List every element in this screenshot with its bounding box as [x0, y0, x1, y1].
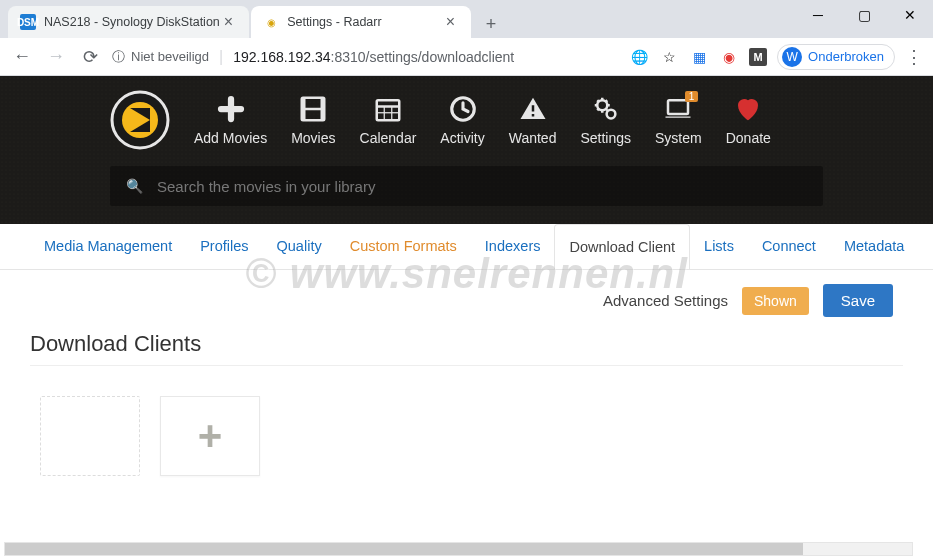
profile-chip[interactable]: W Onderbroken: [777, 44, 895, 70]
nav-label: Wanted: [509, 130, 557, 146]
bookmark-icon[interactable]: ☆: [659, 47, 679, 67]
window-close-button[interactable]: ✕: [887, 0, 933, 30]
warning-icon: [518, 94, 548, 124]
tab-media-management[interactable]: Media Management: [30, 224, 186, 269]
film-icon: [298, 94, 328, 124]
tab-indexers[interactable]: Indexers: [471, 224, 555, 269]
main-content: Media Management Profiles Quality Custom…: [0, 224, 933, 506]
browser-menu-button[interactable]: ⋮: [905, 46, 923, 68]
extension-adblock-icon[interactable]: ◉: [719, 47, 739, 67]
translate-icon[interactable]: 🌐: [629, 47, 649, 67]
reload-button[interactable]: ⟳: [78, 45, 102, 69]
svg-rect-13: [531, 105, 534, 111]
address-bar[interactable]: 192.168.192.34:8310/settings/downloadcli…: [233, 49, 514, 65]
nav-settings[interactable]: Settings: [580, 94, 631, 146]
nav-label: Settings: [580, 130, 631, 146]
save-button[interactable]: Save: [823, 284, 893, 317]
settings-sub-tabs: Media Management Profiles Quality Custom…: [0, 224, 933, 270]
window-maximize-button[interactable]: ▢: [841, 0, 887, 30]
url-port: :8310: [331, 49, 366, 65]
nav-label: Movies: [291, 130, 335, 146]
svg-rect-14: [531, 114, 534, 117]
dsm-favicon-icon: DSM: [20, 14, 36, 30]
nav-movies[interactable]: Movies: [291, 94, 335, 146]
tab-profiles[interactable]: Profiles: [186, 224, 262, 269]
tab-custom-formats[interactable]: Custom Formats: [336, 224, 471, 269]
tab-title: Settings - Radarr: [287, 15, 381, 29]
nav-calendar[interactable]: Calendar: [360, 94, 417, 146]
scrollbar-thumb[interactable]: [5, 543, 803, 555]
browser-tab-bar: DSM NAS218 - Synology DiskStation × ◉ Se…: [0, 0, 933, 38]
advanced-settings-toggle[interactable]: Shown: [742, 287, 809, 315]
notification-badge: 1: [685, 91, 699, 102]
advanced-settings-label: Advanced Settings: [603, 292, 728, 309]
nav-label: Donate: [726, 130, 771, 146]
tab-general[interactable]: Gen: [918, 224, 933, 269]
search-bar[interactable]: 🔍: [110, 166, 823, 206]
tab-title: NAS218 - Synology DiskStation: [44, 15, 220, 29]
nav-label: Add Movies: [194, 130, 267, 146]
url-path: /settings/downloadclient: [366, 49, 515, 65]
security-text: Niet beveiligd: [131, 49, 209, 64]
url-host: 192.168.192.34: [233, 49, 330, 65]
gears-icon: [591, 94, 621, 124]
extension-icon[interactable]: ▦: [689, 47, 709, 67]
radarr-logo: [110, 90, 170, 150]
plus-icon: +: [198, 412, 223, 460]
tab-quality[interactable]: Quality: [263, 224, 336, 269]
app-header: Add Movies Movies Calendar Activity Want…: [0, 76, 933, 224]
forward-button[interactable]: →: [44, 45, 68, 69]
nav-activity[interactable]: Activity: [440, 94, 484, 146]
calendar-icon: [373, 94, 403, 124]
tab-metadata[interactable]: Metadata: [830, 224, 918, 269]
section-title: Download Clients: [30, 331, 903, 357]
browser-tab-synology[interactable]: DSM NAS218 - Synology DiskStation ×: [8, 6, 249, 38]
nav-label: Calendar: [360, 130, 417, 146]
tab-download-client[interactable]: Download Client: [554, 224, 690, 270]
download-client-placeholder-card: [40, 396, 140, 476]
new-tab-button[interactable]: +: [477, 10, 505, 38]
svg-rect-17: [668, 100, 688, 114]
nav-label: Activity: [440, 130, 484, 146]
info-icon: ⓘ: [112, 48, 125, 66]
browser-tab-radarr[interactable]: ◉ Settings - Radarr ×: [251, 6, 471, 38]
extension-gmail-icon[interactable]: M: [749, 48, 767, 66]
svg-rect-7: [377, 100, 400, 120]
clock-icon: [448, 94, 478, 124]
search-icon: 🔍: [126, 178, 143, 194]
radarr-favicon-icon: ◉: [263, 14, 279, 30]
nav-donate[interactable]: Donate: [726, 94, 771, 146]
tab-connect[interactable]: Connect: [748, 224, 830, 269]
nav-label: System: [655, 130, 702, 146]
profile-label: Onderbroken: [808, 49, 884, 64]
plus-icon: [216, 94, 246, 124]
tab-lists[interactable]: Lists: [690, 224, 748, 269]
nav-add-movies[interactable]: Add Movies: [194, 94, 267, 146]
nav-wanted[interactable]: Wanted: [509, 94, 557, 146]
horizontal-scrollbar[interactable]: [4, 542, 913, 556]
window-minimize-button[interactable]: ─: [795, 0, 841, 30]
avatar: W: [782, 47, 802, 67]
add-download-client-button[interactable]: +: [160, 396, 260, 476]
search-input[interactable]: [157, 178, 807, 195]
close-icon[interactable]: ×: [442, 13, 459, 31]
browser-toolbar: ← → ⟳ ⓘ Niet beveiligd | 192.168.192.34:…: [0, 38, 933, 76]
site-security-indicator[interactable]: ⓘ Niet beveiligd: [112, 48, 209, 66]
nav-system[interactable]: 1 System: [655, 94, 702, 146]
heart-icon: [733, 94, 763, 124]
close-icon[interactable]: ×: [220, 13, 237, 31]
back-button[interactable]: ←: [10, 45, 34, 69]
svg-point-16: [606, 110, 615, 119]
